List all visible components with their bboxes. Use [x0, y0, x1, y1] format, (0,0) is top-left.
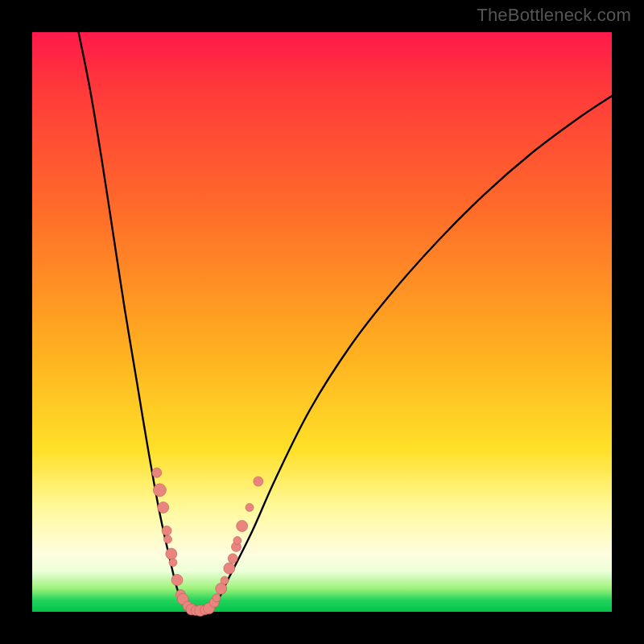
marker-point [237, 520, 248, 531]
marker-point [224, 563, 235, 574]
chart-svg [32, 32, 612, 612]
bottleneck-curve [79, 32, 612, 612]
marker-point [254, 477, 263, 486]
marker-point [158, 502, 169, 513]
marker-point [228, 554, 237, 564]
curve-right-branch [195, 96, 612, 612]
marker-point [246, 503, 254, 511]
marker-point [153, 484, 166, 497]
marker-point [166, 548, 177, 559]
marker-point [221, 576, 229, 584]
marker-point [213, 594, 221, 602]
chart-frame: TheBottleneck.com [0, 0, 644, 644]
marker-point [169, 559, 177, 567]
watermark-text: TheBottleneck.com [477, 5, 631, 26]
marker-point [163, 535, 171, 543]
marker-point [233, 536, 242, 544]
marker-point [162, 526, 171, 535]
marker-point [171, 574, 183, 585]
marker-point [152, 468, 162, 477]
curve-left-branch [79, 32, 195, 612]
plot-area [32, 32, 612, 612]
